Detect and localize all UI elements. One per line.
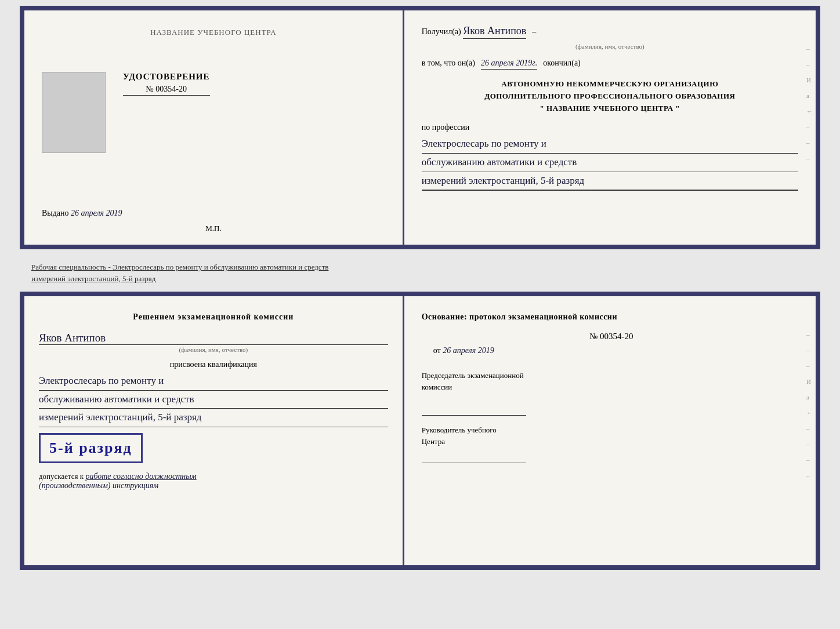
org-line2: ДОПОЛНИТЕЛЬНОГО ПРОФЕССИОНАЛЬНОГО ОБРАЗО… bbox=[422, 90, 798, 103]
osnovanie-title: Основание: протокол экзаменационной коми… bbox=[422, 311, 801, 323]
protocol-number: № 00354-20 bbox=[422, 332, 801, 341]
profession-block: Электрослесарь по ремонту и обслуживанию… bbox=[422, 135, 798, 191]
razryad-badge: 5-й разряд bbox=[39, 433, 143, 463]
mark5: ← bbox=[806, 108, 813, 115]
resheniem-title: Решением экзаменационной комиссии bbox=[39, 311, 388, 323]
bmark10: – bbox=[806, 472, 813, 479]
rukovoditel-signature bbox=[422, 452, 526, 463]
dopuskaetsya-text2: (производственным) инструкциям bbox=[39, 481, 158, 490]
top-right-page: Получил(а) Яков Антипов – (фамилия, имя,… bbox=[404, 10, 816, 245]
prof-line2: обслуживанию автоматики и средств bbox=[422, 154, 798, 172]
predsedatel-block: Председатель экзаменационной комиссии bbox=[422, 370, 801, 392]
udostoverenie-text: УДОСТОВЕРЕНИЕ № 00354-20 bbox=[123, 72, 210, 96]
bmark3: – bbox=[806, 362, 813, 369]
top-left-page: НАЗВАНИЕ УЧЕБНОГО ЦЕНТРА УДОСТОВЕРЕНИЕ №… bbox=[24, 10, 404, 245]
mark4: а bbox=[806, 92, 813, 99]
photo-placeholder bbox=[42, 72, 106, 153]
po-professii-label: по профессии bbox=[422, 123, 798, 132]
udostoverenie-title: УДОСТОВЕРЕНИЕ bbox=[123, 72, 210, 82]
rukovoditel-line1: Руководитель учебного bbox=[422, 426, 497, 434]
bottom-prof-line1: Электрослесарь по ремонту и bbox=[39, 372, 388, 391]
predsedatel-line1: Председатель экзаменационной bbox=[422, 371, 524, 380]
mark3: И bbox=[806, 77, 813, 83]
udostoverenie-number: № 00354-20 bbox=[123, 85, 210, 96]
org-block: АВТОНОМНУЮ НЕКОММЕРЧЕСКУЮ ОРГАНИЗАЦИЮ ДО… bbox=[422, 78, 798, 114]
rukovoditel-line2: Центра bbox=[422, 437, 445, 446]
mark1: – bbox=[806, 45, 813, 52]
bottom-right-page: Основание: протокол экзаменационной коми… bbox=[404, 296, 816, 565]
org-line1: АВТОНОМНУЮ НЕКОММЕРЧЕСКУЮ ОРГАНИЗАЦИЮ bbox=[422, 78, 798, 90]
fio-sublabel: (фамилия, имя, отчество) bbox=[422, 43, 798, 50]
dopuskaetsya-label: допускается к bbox=[39, 472, 84, 481]
vtom-date: 26 апреля 2019г. bbox=[481, 59, 537, 70]
mark6: – bbox=[806, 123, 813, 130]
bmark7: – bbox=[806, 425, 813, 432]
vtom-line: в том, что он(а) 26 апреля 2019г. окончи… bbox=[422, 59, 798, 70]
poluchil-line: Получил(а) Яков Антипов – bbox=[422, 25, 798, 39]
dopuskaetsya-line: допускается к работе согласно должностны… bbox=[39, 472, 388, 490]
ot-label: от bbox=[433, 346, 441, 355]
mark7: – bbox=[806, 139, 813, 146]
bmark9: – bbox=[806, 456, 813, 463]
separator-text2: измерений электростанций, 5-й разряд bbox=[31, 274, 155, 283]
udostoverenie-block: УДОСТОВЕРЕНИЕ № 00354-20 bbox=[42, 72, 385, 165]
vydano-line: Выдано 26 апреля 2019 bbox=[42, 191, 385, 218]
predsedatel-line2: комиссии bbox=[422, 383, 452, 391]
bottom-prof-block: Электрослесарь по ремонту и обслуживанию… bbox=[39, 372, 388, 427]
mp-label: М.П. bbox=[205, 224, 221, 233]
mark8: – bbox=[806, 155, 813, 162]
bmark5: а bbox=[806, 394, 813, 401]
vydano-label: Выдано bbox=[42, 209, 69, 217]
bottom-left-page: Решением экзаменационной комиссии Яков А… bbox=[24, 296, 404, 565]
bottom-prof-line2: обслуживанию автоматики и средств bbox=[39, 391, 388, 409]
bottom-date: 26 апреля 2019 bbox=[443, 346, 494, 355]
mark2: – bbox=[806, 61, 813, 68]
dopuskaetsya-text: работе согласно должностным bbox=[85, 472, 196, 481]
bmark4: И bbox=[806, 378, 813, 385]
prof-line1: Электрослесарь по ремонту и bbox=[422, 135, 798, 154]
number-label: № 00354-20 bbox=[589, 332, 633, 341]
school-name-top: НАЗВАНИЕ УЧЕБНОГО ЦЕНТРА bbox=[150, 28, 276, 37]
ot-date: от 26 апреля 2019 bbox=[422, 346, 801, 355]
vydano-date: 26 апреля 2019 bbox=[71, 209, 122, 217]
poluchil-label: Получил(а) bbox=[422, 27, 461, 37]
vtom-label: в том, что он(а) bbox=[422, 59, 475, 68]
prof-line3: измерений электростанций, 5-й разряд bbox=[422, 172, 798, 191]
okonchil-label: окончил(а) bbox=[543, 59, 581, 68]
org-line3: " НАЗВАНИЕ УЧЕБНОГО ЦЕНТРА " bbox=[422, 103, 798, 115]
bmark2: – bbox=[806, 347, 813, 354]
bottom-fio-sublabel: (фамилия, имя, отчество) bbox=[39, 346, 388, 353]
bottom-fio: Яков Антипов bbox=[39, 332, 388, 345]
prisvoyena-label: присвоена квалификация bbox=[39, 360, 388, 369]
bmark8: – bbox=[806, 441, 813, 448]
bottom-right-marks: – – – И а ← – – – – bbox=[806, 331, 813, 479]
right-side-marks: – – И а ← – – – bbox=[806, 45, 813, 162]
bmark1: – bbox=[806, 331, 813, 338]
top-document: НАЗВАНИЕ УЧЕБНОГО ЦЕНТРА УДОСТОВЕРЕНИЕ №… bbox=[20, 6, 820, 249]
predsedatel-signature bbox=[422, 404, 526, 416]
bottom-document: Решением экзаменационной комиссии Яков А… bbox=[20, 292, 820, 570]
separator-text1: Рабочая специальность - Электрослесарь п… bbox=[26, 257, 826, 289]
bmark6: ← bbox=[806, 409, 813, 416]
rukovoditel-block: Руководитель учебного Центра bbox=[422, 424, 801, 447]
separator-block: Рабочая специальность - Электрослесарь п… bbox=[20, 254, 820, 292]
fio-value: Яков Антипов bbox=[463, 25, 526, 39]
bottom-prof-line3: измерений электростанций, 5-й разряд bbox=[39, 409, 388, 427]
